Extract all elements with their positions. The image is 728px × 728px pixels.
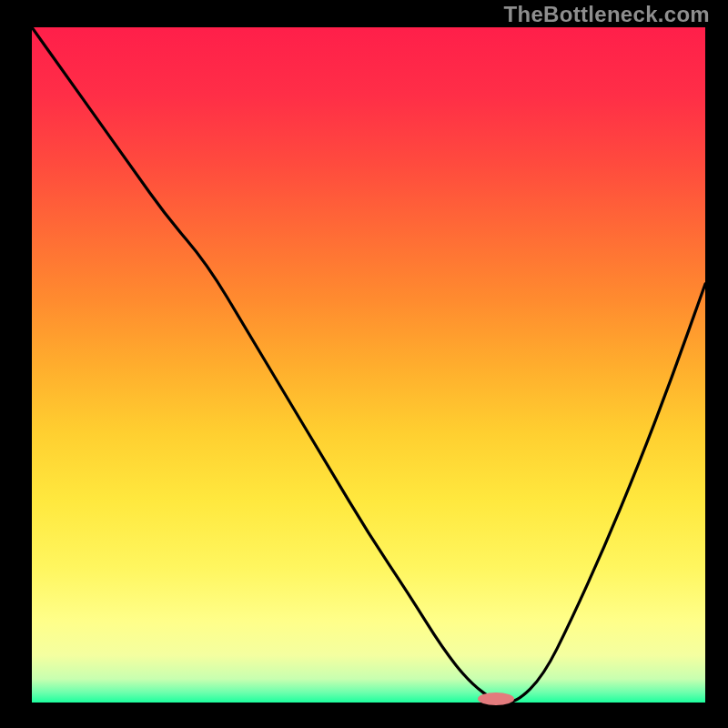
- chart-frame: TheBottleneck.com: [0, 0, 728, 728]
- bottleneck-chart: [0, 0, 728, 728]
- gradient-background: [32, 27, 705, 703]
- watermark-text: TheBottleneck.com: [504, 2, 710, 27]
- optimum-marker: [478, 693, 514, 705]
